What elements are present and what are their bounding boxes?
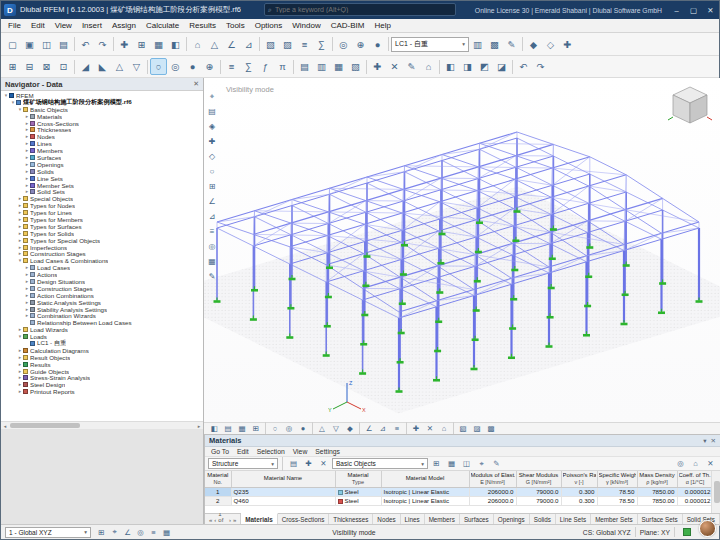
view-control-icon-3[interactable]: ▦ bbox=[235, 423, 249, 434]
panel-dropdown-icon[interactable]: ▾ bbox=[703, 437, 706, 445]
toolbar2-icon-13[interactable]: ● bbox=[184, 58, 201, 75]
toolbar1-icon-29[interactable]: ▥ bbox=[469, 36, 486, 53]
toolbar2-icon-17[interactable]: ∑ bbox=[240, 58, 257, 75]
materials-tool-b-1[interactable]: ⊞ bbox=[430, 458, 443, 470]
viewport-tool-icon-11[interactable]: ◎ bbox=[205, 240, 219, 253]
toolbar2-icon-9[interactable]: ▽ bbox=[128, 58, 145, 75]
materials-tool-b-2[interactable]: ▦ bbox=[445, 458, 458, 470]
view-control-icon-16[interactable]: ≡ bbox=[390, 423, 404, 434]
materials-tool-b-5[interactable]: ✎ bbox=[490, 458, 503, 470]
tree-item-19[interactable]: ▸Types for Surfaces bbox=[1, 223, 203, 230]
status-tool-3[interactable]: ∠ bbox=[121, 526, 134, 538]
status-tool-5[interactable]: ≡ bbox=[147, 526, 160, 538]
toolbar1-icon-34[interactable]: ◇ bbox=[542, 36, 559, 53]
viewport-tool-icon-9[interactable]: ⊿ bbox=[205, 210, 219, 223]
toolbar1-icon-4[interactable]: ▤ bbox=[55, 36, 72, 53]
toolbar1-icon-35[interactable]: ✚ bbox=[559, 36, 576, 53]
material-row-1[interactable]: 1Q235SteelIsotropic | Linear Elastic2060… bbox=[205, 487, 713, 496]
cell-type[interactable]: Steel bbox=[335, 487, 381, 496]
toolbar2-icon-3[interactable]: ⊠ bbox=[38, 58, 55, 75]
keyword-search-box[interactable]: ⌕ bbox=[264, 3, 456, 16]
cell-e[interactable]: 206000.0 bbox=[469, 496, 516, 505]
view-control-icon-11[interactable]: ▽ bbox=[329, 423, 343, 434]
tree-item-24[interactable]: ▾Load Cases & Combinations bbox=[1, 257, 203, 264]
status-tool-2[interactable]: ⌖ bbox=[108, 526, 121, 538]
menu-calculate[interactable]: Calculate bbox=[141, 19, 184, 32]
menu-help[interactable]: Help bbox=[369, 19, 395, 32]
cell-nu[interactable]: 0.300 bbox=[561, 496, 597, 505]
toolbar2-icon-24[interactable]: ▧ bbox=[347, 58, 364, 75]
model-viewport[interactable]: Visibility mode ⌖▤◈✚◇○⊞∠⊿≡◎▦✎ Z X Y bbox=[204, 78, 720, 422]
view-control-icon-4[interactable]: ⊞ bbox=[249, 423, 263, 434]
status-tool-4[interactable]: ◎ bbox=[134, 526, 147, 538]
menu-options[interactable]: Options bbox=[250, 19, 288, 32]
materials-tool-r-1[interactable]: ◎ bbox=[674, 458, 687, 470]
menu-edit[interactable]: Edit bbox=[26, 19, 50, 32]
tree-item-7[interactable]: ▸Lines bbox=[1, 140, 203, 147]
tree-item-17[interactable]: ▸Types for Lines bbox=[1, 209, 203, 216]
tree-item-10[interactable]: ▸Openings bbox=[1, 161, 203, 168]
tree-item-39[interactable]: ▸Results bbox=[1, 361, 203, 368]
view-control-icon-10[interactable]: △ bbox=[315, 423, 329, 434]
next-page-icon[interactable]: › bbox=[229, 517, 231, 523]
table-vscrollbar[interactable] bbox=[711, 471, 720, 513]
column-header-7[interactable]: Specific Weightγ [kN/m³] bbox=[597, 471, 637, 487]
status-tool-6[interactable]: ▦ bbox=[160, 526, 173, 538]
materials-tool-r-2[interactable]: ⌂ bbox=[689, 458, 702, 470]
first-page-icon[interactable]: « bbox=[209, 517, 212, 523]
view-control-icon-24[interactable]: ▩ bbox=[484, 423, 498, 434]
cell-g[interactable]: 79000.0 bbox=[516, 487, 561, 496]
view-control-icon-1[interactable]: ◧ bbox=[207, 423, 221, 434]
tree-item-32[interactable]: ▸Combination Wizards bbox=[1, 313, 203, 320]
tree-item-3[interactable]: ▸Materials bbox=[1, 113, 203, 120]
column-header-4[interactable]: Modulus of Elast.E [N/mm²] bbox=[469, 471, 516, 487]
toolbar1-icon-7[interactable]: ↷ bbox=[94, 36, 111, 53]
materials-tool-r-3[interactable]: ✕ bbox=[704, 458, 717, 470]
scroll-left-icon[interactable]: ◂ bbox=[1, 423, 9, 429]
toolbar1-icon-6[interactable]: ↶ bbox=[77, 36, 94, 53]
load-case-combo[interactable]: LC1 - 自重▾ bbox=[391, 37, 469, 52]
scrollbar-thumb[interactable] bbox=[10, 423, 80, 428]
view-control-icon-22[interactable]: ▧ bbox=[456, 423, 470, 434]
cell-rho[interactable]: 7850.00 bbox=[637, 496, 677, 505]
viewport-tool-icon-6[interactable]: ○ bbox=[205, 165, 219, 178]
tree-item-40[interactable]: ▸Guide Objects bbox=[1, 368, 203, 375]
tree-item-18[interactable]: ▸Types for Members bbox=[1, 216, 203, 223]
materials-menu-edit[interactable]: Edit bbox=[233, 448, 253, 455]
navigation-cube[interactable] bbox=[667, 83, 713, 129]
toolbar2-icon-37[interactable]: ↷ bbox=[532, 58, 549, 75]
materials-menu-settings[interactable]: Settings bbox=[311, 448, 344, 455]
last-page-icon[interactable]: » bbox=[233, 517, 236, 523]
toolbar2-icon-8[interactable]: △ bbox=[111, 58, 128, 75]
toolbar2-icon-34[interactable]: ◪ bbox=[493, 58, 510, 75]
tree-item-12[interactable]: ▸Line Sets bbox=[1, 175, 203, 182]
minimize-button[interactable]: – bbox=[668, 1, 685, 19]
tree-item-5[interactable]: ▸Thicknesses bbox=[1, 126, 203, 133]
view-control-icon-18[interactable]: ✚ bbox=[409, 423, 423, 434]
toolbar1-icon-19[interactable]: ▧ bbox=[262, 36, 279, 53]
tree-item-13[interactable]: ▸Member Sets bbox=[1, 182, 203, 189]
toolbar2-icon-4[interactable]: ⊡ bbox=[55, 58, 72, 75]
menu-window[interactable]: Window bbox=[287, 19, 325, 32]
toolbar1-icon-9[interactable]: ✚ bbox=[116, 36, 133, 53]
status-tool-1[interactable]: ⊞ bbox=[95, 526, 108, 538]
toolbar2-icon-6[interactable]: ◢ bbox=[77, 58, 94, 75]
toolbar2-icon-19[interactable]: π bbox=[274, 58, 291, 75]
column-header-2[interactable]: MaterialType bbox=[335, 471, 381, 487]
toolbar1-icon-3[interactable]: ◫ bbox=[38, 36, 55, 53]
user-avatar[interactable] bbox=[699, 520, 716, 537]
tree-item-31[interactable]: ▸Stability Analysis Settings bbox=[1, 306, 203, 313]
toolbar2-icon-32[interactable]: ◨ bbox=[459, 58, 476, 75]
menu-insert[interactable]: Insert bbox=[77, 19, 107, 32]
tree-item-20[interactable]: ▸Types for Solids bbox=[1, 230, 203, 237]
cell-name[interactable]: Q235 bbox=[231, 487, 335, 496]
tree-item-8[interactable]: ▸Members bbox=[1, 147, 203, 154]
toolbar1-icon-1[interactable]: ▢ bbox=[4, 36, 21, 53]
close-button[interactable]: ✕ bbox=[702, 1, 719, 19]
tree-item-16[interactable]: ▸Types for Nodes bbox=[1, 202, 203, 209]
cell-model[interactable]: Isotropic | Linear Elastic bbox=[381, 487, 469, 496]
toolbar1-icon-31[interactable]: ✎ bbox=[503, 36, 520, 53]
toolbar2-icon-12[interactable]: ◎ bbox=[167, 58, 184, 75]
column-header-6[interactable]: Poisson's Ratioν [-] bbox=[561, 471, 597, 487]
toolbar2-icon-7[interactable]: ◣ bbox=[94, 58, 111, 75]
